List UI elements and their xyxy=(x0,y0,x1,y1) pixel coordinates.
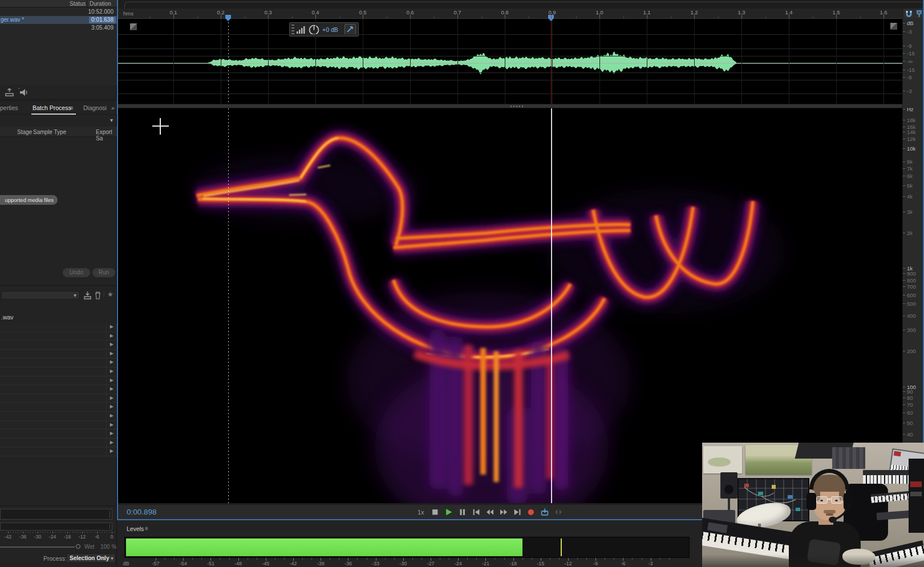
skip-button[interactable] xyxy=(554,508,563,517)
process-dropdown[interactable]: Selection Only ▾ xyxy=(66,553,116,563)
scale-label: 200 xyxy=(903,348,922,354)
rack-scale-minor-tick xyxy=(55,532,55,533)
hud-pin-button[interactable] xyxy=(345,24,356,35)
play-preset-icon[interactable]: ▶ xyxy=(110,386,114,391)
scale-label: 12k xyxy=(903,136,922,142)
play-preset-icon[interactable]: ▶ xyxy=(110,351,114,356)
rewind-button[interactable] xyxy=(485,508,495,517)
waveform-gridline xyxy=(118,34,902,35)
favorites-row[interactable]: ▶ xyxy=(0,412,117,421)
panel-menu-icon[interactable]: ≡ xyxy=(70,104,73,111)
playhead-line-spec[interactable] xyxy=(551,108,552,503)
play-preset-icon[interactable]: ▶ xyxy=(110,431,114,436)
play-preset-icon[interactable]: ▶ xyxy=(110,413,114,418)
favorites-row[interactable]: ▶ xyxy=(0,350,117,359)
wet-slider-track[interactable] xyxy=(0,546,75,548)
favorites-row[interactable]: ▶ xyxy=(0,430,117,439)
play-preset-icon[interactable]: ▶ xyxy=(110,440,114,445)
play-preset-icon[interactable]: ▶ xyxy=(110,368,114,374)
favorites-row[interactable]: ▶ xyxy=(0,376,117,386)
play-preset-icon[interactable]: ▶ xyxy=(110,333,114,338)
play-preset-icon[interactable]: ▶ xyxy=(110,324,114,329)
waveform-display[interactable]: +0 dB xyxy=(118,19,902,104)
snap-toggle[interactable] xyxy=(904,9,914,18)
play-preset-icon[interactable]: ▶ xyxy=(110,404,114,409)
favorites-row[interactable]: ▶ xyxy=(0,439,117,448)
panel-splitter[interactable] xyxy=(118,104,924,108)
next-button[interactable] xyxy=(513,508,522,517)
scale-label: 5k xyxy=(903,183,922,189)
favorites-row[interactable]: ▶ xyxy=(0,394,117,403)
favorites-row[interactable]: ▶ xyxy=(0,358,117,367)
autoplay-speaker-icon[interactable]: * xyxy=(18,88,29,97)
play-button[interactable] xyxy=(444,508,453,517)
file-row-selected[interactable]: ger.wav * 0:01.638 xyxy=(0,16,117,24)
play-preset-icon[interactable]: ▶ xyxy=(110,395,114,400)
column-stage[interactable]: Stage xyxy=(17,129,32,135)
open-file-icon[interactable] xyxy=(5,88,14,96)
favorites-row[interactable]: ▶ xyxy=(0,447,117,456)
selection-boundary-line[interactable] xyxy=(228,108,229,503)
column-duration[interactable]: Duration xyxy=(90,1,111,7)
acoustic-panel xyxy=(832,447,865,469)
tab-diagnostics[interactable]: Diagnosi xyxy=(83,104,107,111)
panel-corner-grip[interactable] xyxy=(890,23,897,30)
column-sample-type[interactable]: Sample Type xyxy=(33,129,66,135)
favorites-row[interactable]: ▶ xyxy=(0,421,117,430)
column-status[interactable]: Status xyxy=(70,1,86,7)
row-divider xyxy=(106,332,107,341)
tab-overflow-icon[interactable]: » xyxy=(111,104,115,111)
prev-button[interactable] xyxy=(472,508,481,517)
play-preset-icon[interactable]: ▶ xyxy=(110,422,114,427)
scale-tick xyxy=(903,23,905,23)
row-divider xyxy=(106,412,107,420)
wet-slider-knob[interactable] xyxy=(76,544,80,549)
favorites-row[interactable]: ▶ xyxy=(0,403,117,412)
tab-properties[interactable]: perties xyxy=(0,104,18,111)
delete-preset-icon[interactable] xyxy=(94,291,102,300)
record-button[interactable] xyxy=(526,508,536,517)
playback-speed[interactable]: 1x xyxy=(418,509,424,516)
file-row[interactable]: 10:52.000 xyxy=(0,8,117,16)
crosshair-cursor xyxy=(160,118,161,135)
undo-button[interactable]: Undo xyxy=(63,268,90,277)
ruler-tick xyxy=(647,15,647,18)
favorites-row[interactable]: ▶ xyxy=(0,323,117,332)
file-row[interactable]: 3:05.409 xyxy=(0,24,117,32)
current-time[interactable]: 0:00.898 xyxy=(127,508,157,516)
play-preset-icon[interactable]: ▶ xyxy=(110,359,114,364)
scale-label: 18k xyxy=(903,117,922,123)
forward-button[interactable] xyxy=(499,508,508,517)
chevron-down-icon[interactable]: ▾ xyxy=(110,117,113,123)
run-button[interactable]: Run xyxy=(92,268,115,277)
levels-scale-minor-tick xyxy=(559,558,560,560)
levels-scale-tick xyxy=(210,558,211,561)
play-preset-icon[interactable]: ▶ xyxy=(110,342,114,347)
panel-corner-grip[interactable] xyxy=(130,23,137,30)
tab-batch-process[interactable]: Batch Process xyxy=(33,104,71,111)
loop-button[interactable] xyxy=(540,508,549,517)
favorites-row[interactable]: ▶ xyxy=(0,385,117,394)
panel-menu-icon[interactable]: ≡ xyxy=(145,525,148,532)
marker-tool[interactable] xyxy=(915,9,923,18)
favorites-row[interactable]: ▶ xyxy=(0,341,117,350)
column-export-settings[interactable]: Export Sa xyxy=(96,129,117,141)
favorites-row[interactable]: ▶ xyxy=(0,367,117,376)
play-preset-icon[interactable]: ▶ xyxy=(110,448,114,453)
favorite-star-icon[interactable]: ★ xyxy=(107,290,114,298)
pause-button[interactable] xyxy=(458,508,467,517)
play-preset-icon[interactable]: ▶ xyxy=(110,378,114,383)
levels-scale-minor-tick xyxy=(229,558,230,560)
scale-tick xyxy=(903,273,905,274)
preset-dropdown[interactable]: ▾ xyxy=(1,291,80,299)
stop-button[interactable] xyxy=(431,508,440,517)
timeline-ruler[interactable]: hms 0.10.20.30.40.50.60.70.80.91.01.11.2… xyxy=(118,9,924,19)
playhead-line-wave[interactable] xyxy=(551,19,552,104)
save-preset-icon[interactable] xyxy=(83,291,92,300)
hud-drag-handle[interactable] xyxy=(291,25,294,34)
selection-boundary-line[interactable] xyxy=(228,19,229,104)
favorites-row[interactable]: ▶ xyxy=(0,332,117,341)
loop-icon xyxy=(540,508,549,517)
scale-tick xyxy=(903,109,905,110)
levels-title[interactable]: Levels xyxy=(127,525,144,532)
